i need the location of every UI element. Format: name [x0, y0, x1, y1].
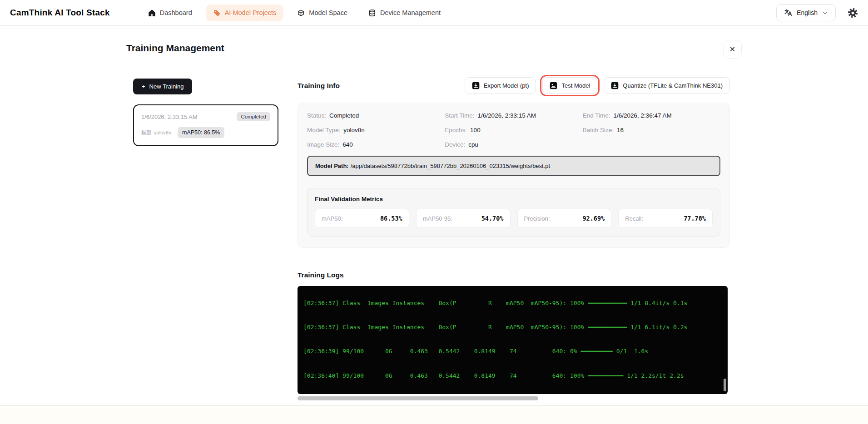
session-model-label: 模型: yolov8n — [141, 129, 171, 136]
log-line: [02:36:40] 99/100 0G 0.463 0.5442 0.8149… — [303, 372, 728, 380]
model-path-value: /app/datasets/598772bb/train_598772bb_20… — [351, 163, 551, 169]
chevron-down-icon — [822, 10, 828, 16]
field-device: Device: cpu — [445, 141, 582, 148]
export-model-label: Export Model (pt) — [484, 82, 529, 89]
metric-map50: mAP50: 86.53% — [315, 209, 409, 228]
validation-metrics-title: Final Validation Metrics — [315, 196, 713, 202]
nav-item-label: AI Model Projects — [225, 9, 277, 16]
training-info-title: Training Info — [298, 82, 340, 90]
scrollbar-thumb[interactable] — [298, 396, 538, 400]
metric-precision: Precision: 92.69% — [517, 209, 612, 228]
language-label: English — [797, 9, 818, 16]
language-selector[interactable]: English — [776, 4, 836, 21]
training-info-panel: Training Info Export Model (pt) Test Mod… — [298, 77, 730, 400]
quantize-button[interactable]: Quantize (TFLite & CamThink NE301) — [604, 77, 730, 94]
settings-gear-icon[interactable] — [848, 8, 858, 18]
training-management-modal: Training Management ✕ + New Training 1/6… — [0, 26, 868, 406]
log-line: [02:36:37] Class Images Instances Box(P … — [303, 299, 728, 307]
validation-metrics-panel: Final Validation Metrics mAP50: 86.53% m… — [307, 188, 720, 237]
download-icon — [611, 82, 619, 89]
test-model-button[interactable]: Test Model — [542, 77, 597, 94]
close-icon: ✕ — [729, 45, 735, 54]
stack-icon — [368, 9, 376, 17]
training-session-card[interactable]: 1/6/2026, 2:33:15 AM Completed 模型: yolov… — [133, 104, 278, 146]
training-fields-grid: Status: Completed Start Time: 1/6/2026, … — [307, 112, 720, 148]
training-logs-title: Training Logs — [298, 271, 742, 279]
top-navbar: CamThink AI Tool Stack Dashboard AI Mode… — [0, 0, 868, 26]
session-status-badge: Completed — [237, 112, 270, 121]
log-line: [02:36:39] 99/100 0G 0.463 0.5442 0.8149… — [303, 347, 728, 355]
model-path-label: Model Path: — [315, 163, 349, 169]
home-icon — [148, 9, 156, 17]
terminal-vertical-scrollbar[interactable] — [724, 379, 726, 391]
export-model-button[interactable]: Export Model (pt) — [465, 77, 536, 94]
nav-item-label: Model Space — [309, 9, 347, 16]
nav-item-dashboard[interactable]: Dashboard — [141, 5, 199, 21]
nav-item-model-space[interactable]: Model Space — [290, 5, 355, 21]
field-model-type: Model Type: yolov8n — [307, 127, 445, 133]
page-title: Training Management — [126, 43, 224, 54]
terminal-horizontal-scrollbar[interactable] — [298, 396, 728, 400]
field-image-size: Image Size: 640 — [307, 141, 445, 148]
metric-recall: Recall: 77.78% — [618, 209, 713, 228]
main-nav: Dashboard AI Model Projects Model Space … — [141, 5, 448, 21]
nav-item-device-management[interactable]: Device Management — [361, 5, 448, 21]
field-end-time: End Time: 1/6/2026, 2:36:47 AM — [583, 112, 720, 119]
session-timestamp: 1/6/2026, 2:33:15 AM — [141, 113, 198, 120]
log-line: [02:36:37] Class Images Instances Box(P … — [303, 323, 728, 331]
field-status: Status: Completed — [307, 112, 445, 119]
training-details-panel: Status: Completed Start Time: 1/6/2026, … — [298, 103, 730, 248]
training-sessions-sidebar: + New Training 1/6/2026, 2:33:15 AM Comp… — [133, 79, 278, 146]
translate-icon — [784, 9, 792, 17]
tag-icon — [213, 9, 221, 17]
field-start-time: Start Time: 1/6/2026, 2:33:15 AM — [445, 112, 582, 119]
session-map-badge: mAP50: 86.5% — [178, 127, 224, 138]
new-training-button[interactable]: + New Training — [133, 79, 192, 94]
close-button[interactable]: ✕ — [723, 40, 742, 59]
log-output: [02:36:37] Class Images Instances Box(P … — [303, 286, 728, 394]
image-icon — [550, 82, 557, 89]
quantize-label: Quantize (TFLite & CamThink NE301) — [623, 82, 723, 89]
field-batch-size: Batch Size: 16 — [583, 127, 720, 133]
nav-item-label: Device Management — [380, 9, 441, 16]
model-path-box: Model Path:/app/datasets/598772bb/train_… — [307, 156, 720, 176]
nav-item-ai-model-projects[interactable]: AI Model Projects — [206, 5, 284, 21]
download-icon — [472, 82, 480, 89]
cube-icon — [297, 9, 305, 17]
brand-logo: CamThink AI Tool Stack — [10, 8, 110, 18]
test-model-label: Test Model — [561, 82, 590, 89]
new-training-label: New Training — [149, 83, 184, 90]
training-logs-terminal[interactable]: [02:36:37] Class Images Instances Box(P … — [298, 286, 728, 394]
plus-icon: + — [142, 83, 145, 90]
field-epochs: Epochs: 100 — [445, 127, 582, 133]
nav-item-label: Dashboard — [160, 9, 192, 16]
training-logs-section: Training Logs [02:36:37] Class Images In… — [298, 263, 742, 400]
metric-map50-95: mAP50-95: 54.70% — [416, 209, 511, 228]
